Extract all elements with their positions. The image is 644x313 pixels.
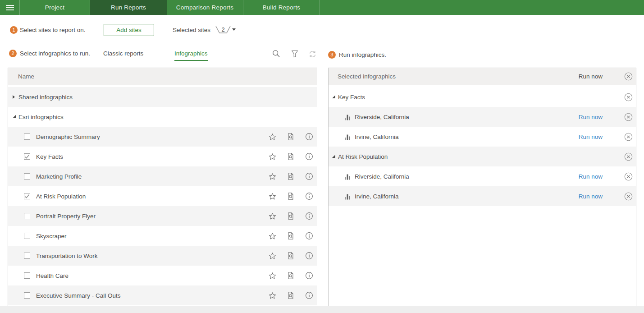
favorite-star-icon[interactable] — [268, 172, 276, 180]
selected-sites-dropdown-caret-icon[interactable] — [232, 28, 236, 31]
tab-classic-reports[interactable]: Classic reports — [103, 50, 143, 57]
preview-document-icon[interactable] — [287, 252, 295, 260]
preview-document-icon[interactable] — [287, 272, 295, 280]
info-icon[interactable] — [305, 133, 313, 141]
infographic-row[interactable]: Health Care — [8, 266, 317, 285]
infographic-label: Health Care — [36, 272, 69, 279]
infographic-checkbox[interactable] — [24, 292, 30, 299]
remove-group-icon[interactable] — [624, 93, 633, 101]
favorite-star-icon[interactable] — [268, 212, 276, 220]
remove-all-icon[interactable] — [624, 72, 633, 81]
info-icon[interactable] — [305, 152, 313, 161]
selected-site-row[interactable]: Irvine, CaliforniaRun now — [329, 186, 636, 206]
infographic-label: Key Facts — [36, 153, 63, 160]
remove-site-icon[interactable] — [624, 133, 633, 141]
preview-document-icon[interactable] — [287, 291, 295, 299]
infographic-row[interactable]: Marketing Profile — [8, 166, 317, 186]
info-icon[interactable] — [305, 272, 313, 280]
favorite-star-icon[interactable] — [268, 232, 276, 240]
tab-infographics[interactable]: Infographics — [174, 50, 208, 61]
run-now-link[interactable]: Run now — [579, 173, 603, 180]
add-sites-button[interactable]: Add sites — [104, 24, 154, 36]
infographic-checkbox[interactable] — [24, 272, 30, 279]
name-column-header[interactable]: Name — [8, 68, 317, 87]
group-label: Esri infographics — [18, 114, 64, 120]
infographic-checkbox[interactable] — [24, 133, 30, 140]
run-now-link[interactable]: Run now — [579, 133, 603, 140]
nav-tab-project[interactable]: Project — [20, 0, 90, 15]
infographic-row[interactable]: Key Facts — [8, 147, 317, 166]
run-now-link[interactable]: Run now — [579, 193, 603, 200]
infographic-label: Skyscraper — [36, 233, 67, 239]
svg-text:2: 2 — [221, 26, 224, 33]
menu-button[interactable] — [0, 0, 20, 15]
nav-tab-comparison-reports[interactable]: Comparison Reports — [167, 0, 243, 15]
selected-site-row[interactable]: Irvine, CaliforniaRun now — [329, 127, 636, 147]
collapse-caret-icon[interactable] — [332, 95, 335, 98]
selected-group-row[interactable]: Key Facts — [329, 87, 636, 107]
info-icon[interactable] — [305, 212, 313, 220]
name-header-label: Name — [18, 73, 34, 80]
selected-infographics-panel: Selected infographics Run now Key FactsR… — [328, 68, 636, 306]
infographic-row[interactable]: Demographic Summary — [8, 127, 317, 147]
filter-icon[interactable] — [291, 50, 298, 59]
infographic-row[interactable]: Portrait Property Flyer — [8, 206, 317, 226]
infographic-checkbox[interactable] — [24, 213, 30, 219]
horizontal-scrollbar-track[interactable] — [0, 306, 644, 313]
collapse-caret-icon[interactable] — [13, 115, 16, 118]
infographic-label: At Risk Population — [36, 193, 86, 200]
infographic-group-row[interactable]: Esri infographics — [8, 107, 317, 127]
favorite-star-icon[interactable] — [268, 192, 276, 200]
selected-sites-label: Selected sites — [173, 27, 210, 33]
infographic-checkbox[interactable] — [24, 193, 30, 199]
infographic-row[interactable]: Transportation to Work — [8, 246, 317, 266]
selected-infographics-header-label: Selected infographics — [338, 73, 396, 80]
infographic-checkbox[interactable] — [24, 153, 30, 160]
remove-site-icon[interactable] — [624, 113, 633, 121]
run-now-link[interactable]: Run now — [579, 114, 603, 120]
nav-tab-build-reports[interactable]: Build Reports — [243, 0, 320, 15]
remove-site-icon[interactable] — [624, 192, 633, 201]
expand-caret-icon[interactable] — [13, 95, 15, 99]
info-icon[interactable] — [305, 291, 313, 299]
selected-site-row[interactable]: Riverside, CaliforniaRun now — [329, 166, 636, 186]
selected-group-row[interactable]: At Risk Population — [329, 147, 636, 166]
info-icon[interactable] — [305, 252, 313, 260]
infographics-table: Name Shared infographicsEsri infographic… — [8, 68, 317, 306]
info-icon[interactable] — [305, 192, 313, 200]
infographic-row[interactable]: Skyscraper — [8, 226, 317, 246]
infographic-label: Transportation to Work — [36, 253, 98, 259]
infographic-chart-icon — [344, 133, 351, 140]
infographic-checkbox[interactable] — [24, 173, 30, 180]
infographic-checkbox[interactable] — [24, 233, 30, 239]
infographic-group-row[interactable]: Shared infographics — [8, 87, 317, 107]
favorite-star-icon[interactable] — [268, 272, 276, 280]
infographic-row[interactable]: Executive Summary - Call Outs — [8, 285, 317, 305]
collapse-caret-icon[interactable] — [332, 155, 335, 158]
favorite-star-icon[interactable] — [268, 152, 276, 161]
infographic-label: Demographic Summary — [36, 133, 100, 140]
preview-document-icon[interactable] — [287, 172, 295, 180]
favorite-star-icon[interactable] — [268, 133, 276, 141]
preview-document-icon[interactable] — [287, 152, 295, 161]
selected-site-row[interactable]: Riverside, CaliforniaRun now — [329, 107, 636, 127]
search-icon[interactable] — [272, 50, 280, 59]
preview-document-icon[interactable] — [287, 192, 295, 200]
infographic-row[interactable]: At Risk Population — [8, 186, 317, 206]
remove-site-icon[interactable] — [624, 172, 633, 181]
site-label: Riverside, California — [355, 173, 409, 180]
nav-tab-run-reports[interactable]: Run Reports — [90, 0, 167, 15]
refresh-icon[interactable] — [309, 51, 316, 59]
favorite-star-icon[interactable] — [268, 291, 276, 299]
preview-document-icon[interactable] — [287, 232, 295, 240]
remove-group-icon[interactable] — [624, 152, 633, 161]
preview-document-icon[interactable] — [287, 212, 295, 220]
info-icon[interactable] — [305, 172, 313, 180]
infographic-checkbox[interactable] — [24, 253, 30, 259]
preview-document-icon[interactable] — [287, 133, 295, 141]
run-all-now-button[interactable]: Run now — [579, 73, 603, 80]
favorite-star-icon[interactable] — [268, 252, 276, 260]
info-icon[interactable] — [305, 232, 313, 240]
selected-sites-count[interactable]: 2 — [215, 24, 232, 37]
sites-count-icon: 2 — [215, 24, 232, 35]
